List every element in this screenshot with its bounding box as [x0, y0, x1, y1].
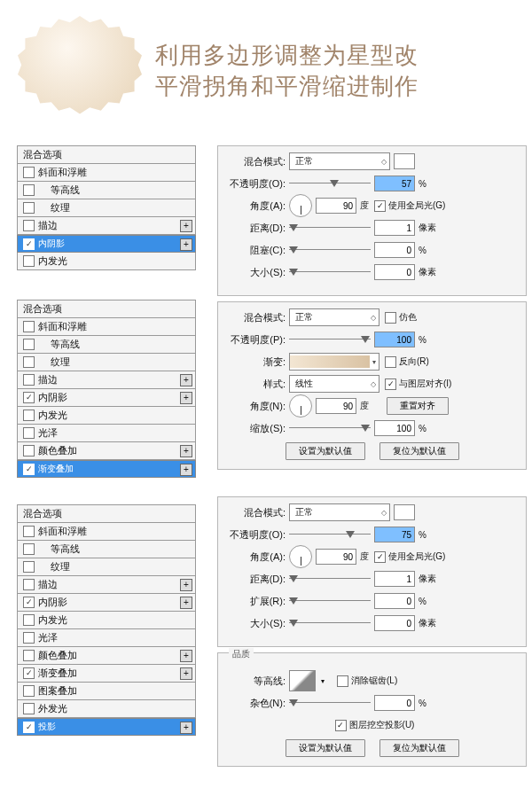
effect-row[interactable]: 混合选项 — [17, 505, 196, 523]
effect-row[interactable]: 纹理 — [17, 199, 196, 217]
effect-checkbox[interactable] — [23, 410, 35, 421]
effect-checkbox[interactable] — [23, 650, 35, 661]
reset-align-button[interactable]: 重置对齐 — [387, 397, 449, 415]
add-effect-icon[interactable]: + — [180, 220, 192, 232]
add-effect-icon[interactable]: + — [180, 667, 192, 680]
distance-slider-2[interactable] — [289, 574, 371, 584]
choke-input[interactable] — [374, 242, 415, 258]
color-swatch[interactable] — [394, 153, 415, 169]
effect-checkbox[interactable] — [23, 561, 35, 573]
global-light-checkbox[interactable] — [374, 200, 386, 212]
dither-checkbox[interactable] — [385, 312, 396, 324]
add-effect-icon[interactable]: + — [180, 238, 192, 251]
effect-row[interactable]: 光泽 — [17, 425, 196, 442]
knockout-checkbox[interactable] — [335, 720, 347, 731]
effect-row[interactable]: 纹理 — [17, 354, 196, 371]
noise-input[interactable] — [374, 695, 415, 711]
effect-row[interactable]: 颜色叠加+ — [17, 442, 196, 460]
style-select[interactable]: 线性◇ — [289, 375, 379, 393]
opacity-input[interactable] — [374, 176, 415, 191]
add-effect-icon[interactable]: + — [180, 722, 192, 734]
effect-row[interactable]: 颜色叠加+ — [17, 647, 196, 665]
choke-slider[interactable] — [289, 245, 371, 255]
size-slider[interactable] — [289, 267, 371, 277]
effect-row[interactable]: 混合选项 — [17, 146, 196, 164]
set-default-button[interactable]: 设置为默认值 — [286, 442, 365, 460]
effect-checkbox[interactable] — [23, 464, 35, 475]
opacity-input-2[interactable] — [374, 332, 415, 347]
spread-input[interactable] — [374, 593, 415, 609]
effect-row[interactable]: 图案叠加 — [17, 683, 196, 700]
angle-input-2[interactable] — [316, 398, 356, 414]
effect-checkbox[interactable] — [23, 685, 35, 697]
blend-mode-select[interactable]: 正常◇ — [289, 152, 390, 170]
add-effect-icon[interactable]: + — [180, 650, 192, 662]
effect-row[interactable]: 光泽 — [17, 629, 196, 647]
effect-checkbox[interactable] — [23, 703, 35, 714]
gradient-picker[interactable]: ▾ — [289, 353, 379, 371]
opacity-input-3[interactable] — [374, 527, 415, 542]
effect-row[interactable]: 描边+ — [17, 576, 196, 594]
effect-checkbox[interactable] — [23, 614, 35, 626]
align-checkbox[interactable] — [385, 378, 396, 390]
effect-checkbox[interactable] — [23, 238, 35, 250]
angle-dial-3[interactable] — [289, 545, 312, 568]
effect-row[interactable]: 描边+ — [17, 371, 196, 389]
effect-checkbox[interactable] — [23, 445, 35, 457]
effect-checkbox[interactable] — [23, 722, 35, 733]
opacity-slider-2[interactable] — [289, 334, 371, 345]
noise-slider[interactable] — [289, 698, 371, 708]
reverse-checkbox[interactable] — [385, 356, 396, 368]
effect-checkbox[interactable] — [23, 184, 35, 196]
opacity-slider-3[interactable] — [289, 529, 371, 540]
effect-row[interactable]: 描边+ — [17, 217, 196, 235]
effect-checkbox[interactable] — [23, 526, 35, 537]
size-input-2[interactable] — [374, 615, 415, 631]
reset-default-button[interactable]: 复位为默认值 — [379, 442, 459, 460]
distance-input[interactable] — [374, 220, 415, 236]
effect-checkbox[interactable] — [23, 579, 35, 590]
effect-checkbox[interactable] — [23, 356, 35, 368]
effect-row[interactable]: 内发光 — [17, 253, 196, 270]
effect-row[interactable]: 外发光 — [17, 700, 196, 718]
effect-checkbox[interactable] — [23, 543, 35, 555]
effect-row[interactable]: 内发光 — [17, 612, 196, 629]
effect-row[interactable]: 斜面和浮雕 — [17, 164, 196, 182]
effect-row[interactable]: 内阴影+ — [17, 389, 196, 407]
add-effect-icon[interactable]: + — [180, 464, 192, 476]
effect-checkbox[interactable] — [23, 667, 35, 679]
effect-checkbox[interactable] — [23, 255, 35, 267]
effect-row[interactable]: 等高线 — [17, 182, 196, 199]
add-effect-icon[interactable]: + — [180, 597, 192, 609]
set-default-button-2[interactable]: 设置为默认值 — [286, 739, 365, 757]
effect-row[interactable]: 投影+ — [17, 718, 196, 736]
effect-checkbox[interactable] — [23, 339, 35, 350]
effect-row[interactable]: 纹理 — [17, 558, 196, 576]
distance-slider[interactable] — [289, 222, 371, 233]
opacity-slider[interactable] — [289, 178, 371, 189]
angle-input-3[interactable] — [316, 549, 356, 565]
effect-checkbox[interactable] — [23, 202, 35, 214]
effect-row[interactable]: 内发光 — [17, 407, 196, 425]
effect-row[interactable]: 等高线 — [17, 336, 196, 354]
distance-input-2[interactable] — [374, 571, 415, 587]
effect-row[interactable]: 斜面和浮雕 — [17, 523, 196, 541]
effect-row[interactable]: 混合选项 — [17, 300, 196, 318]
angle-input[interactable] — [316, 198, 356, 214]
add-effect-icon[interactable]: + — [180, 392, 192, 404]
effect-checkbox[interactable] — [23, 321, 35, 332]
effect-row[interactable]: 等高线 — [17, 541, 196, 558]
size-input[interactable] — [374, 264, 415, 280]
angle-dial-2[interactable] — [289, 394, 312, 418]
blend-mode-select-3[interactable]: 正常◇ — [289, 503, 390, 521]
scale-slider[interactable] — [289, 423, 371, 433]
effect-checkbox[interactable] — [23, 374, 35, 386]
reset-default-button-2[interactable]: 复位为默认值 — [379, 739, 459, 757]
angle-dial[interactable] — [289, 194, 312, 217]
add-effect-icon[interactable]: + — [180, 579, 192, 591]
effect-row[interactable]: 斜面和浮雕 — [17, 318, 196, 336]
size-slider-2[interactable] — [289, 618, 371, 628]
scale-input[interactable] — [374, 420, 415, 436]
effect-row[interactable]: 渐变叠加+ — [17, 665, 196, 683]
spread-slider[interactable] — [289, 596, 371, 606]
